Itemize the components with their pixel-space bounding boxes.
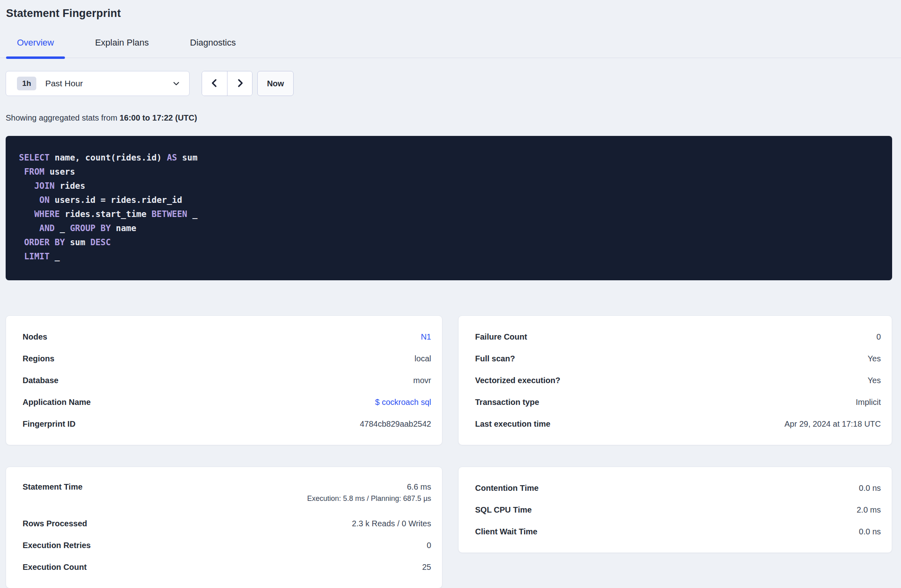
- sql-line: SELECT name, count(rides.id) AS sum: [19, 151, 880, 165]
- row-value: 0.0 ns: [859, 527, 881, 536]
- row-label: Database: [23, 376, 58, 385]
- statement-fingerprint-page: Statement Fingerprint Overview Explain P…: [0, 0, 901, 588]
- row-value: 2.0 ms: [857, 505, 881, 515]
- stats-prefix: Showing aggregated stats from: [6, 113, 119, 122]
- tab-overview[interactable]: Overview: [6, 32, 65, 58]
- row-label: SQL CPU Time: [475, 505, 532, 515]
- tab-explain-plans[interactable]: Explain Plans: [84, 32, 160, 58]
- sql-line: ORDER BY sum DESC: [19, 236, 880, 250]
- row-value: 6.6 ms: [407, 481, 431, 492]
- info-row-database: Database movr: [23, 369, 431, 391]
- row-label: Client Wait Time: [475, 527, 537, 536]
- info-row-last-execution-time: Last execution time Apr 29, 2024 at 17:1…: [475, 413, 881, 435]
- info-row-transaction-type: Transaction type Implicit: [475, 391, 881, 413]
- sql-line: LIMIT _: [19, 250, 880, 264]
- statement-info-card: Nodes N1 Regions local Database movr App…: [6, 315, 442, 445]
- info-row-fingerprint-id: Fingerprint ID 4784cb829aab2542: [23, 413, 431, 435]
- statement-time-breakdown: Execution: 5.8 ms / Planning: 687.5 µs: [307, 494, 431, 503]
- stats-time-range: 16:00 to 17:22 (UTC): [119, 113, 197, 122]
- row-value: 0: [876, 332, 881, 342]
- nodes-link[interactable]: N1: [421, 332, 431, 342]
- time-range-badge: 1h: [17, 77, 36, 90]
- row-value: Yes: [868, 354, 881, 363]
- row-label: Last execution time: [475, 419, 551, 429]
- row-value: Apr 29, 2024 at 17:18 UTC: [784, 419, 881, 429]
- sql-line: FROM users: [19, 165, 880, 179]
- row-value: Implicit: [856, 398, 881, 407]
- row-label: Failure Count: [475, 332, 527, 342]
- perf-row-sql-cpu-time: SQL CPU Time 2.0 ms: [475, 499, 881, 521]
- chevron-right-icon: [235, 78, 245, 89]
- row-label: Transaction type: [475, 398, 539, 407]
- row-label: Rows Processed: [23, 519, 87, 528]
- row-label: Full scan?: [475, 354, 515, 363]
- row-value: 25: [422, 563, 431, 572]
- row-value: 2.3 k Reads / 0 Writes: [352, 519, 431, 528]
- sql-line: WHERE rides.start_time BETWEEN _: [19, 207, 880, 221]
- row-label: Regions: [23, 354, 54, 363]
- perf-row-contention-time: Contention Time 0.0 ns: [475, 477, 881, 499]
- next-time-button[interactable]: [227, 71, 252, 96]
- row-value: movr: [413, 376, 431, 385]
- info-row-vectorized: Vectorized execution? Yes: [475, 369, 881, 391]
- now-button[interactable]: Now: [257, 71, 294, 96]
- row-label: Execution Count: [23, 563, 87, 572]
- sql-statement-box: SELECT name, count(rides.id) AS sum FROM…: [6, 136, 892, 280]
- row-label: Statement Time: [23, 481, 83, 492]
- perf-row-statement-time: Statement Time 6.6 ms Execution: 5.8 ms …: [23, 477, 431, 513]
- row-value: 0.0 ns: [859, 484, 881, 493]
- sql-line: ON users.id = rides.rider_id: [19, 193, 880, 207]
- info-row-application-name: Application Name $ cockroach sql: [23, 391, 431, 413]
- statement-time-values: 6.6 ms Execution: 5.8 ms / Planning: 687…: [307, 481, 431, 503]
- tab-bar: Overview Explain Plans Diagnostics: [0, 32, 901, 58]
- info-row-nodes: Nodes N1: [23, 326, 431, 348]
- chevron-down-icon: [172, 79, 180, 88]
- row-label: Application Name: [23, 398, 91, 407]
- row-value: local: [415, 354, 431, 363]
- row-label: Execution Retries: [23, 541, 91, 550]
- tab-diagnostics[interactable]: Diagnostics: [179, 32, 247, 58]
- application-name-link[interactable]: $ cockroach sql: [375, 398, 431, 407]
- perf-row-execution-retries: Execution Retries 0: [23, 534, 431, 556]
- wait-times-card: Contention Time 0.0 ns SQL CPU Time 2.0 …: [458, 467, 892, 553]
- summary-cards: Nodes N1 Regions local Database movr App…: [6, 315, 892, 588]
- statement-timing-card: Statement Time 6.6 ms Execution: 5.8 ms …: [6, 467, 442, 588]
- row-value: 0: [427, 541, 431, 550]
- row-label: Fingerprint ID: [23, 419, 75, 429]
- sql-line: AND _ GROUP BY name: [19, 221, 880, 236]
- info-row-regions: Regions local: [23, 348, 431, 369]
- execution-attributes-card: Failure Count 0 Full scan? Yes Vectorize…: [458, 315, 892, 445]
- page-title: Statement Fingerprint: [6, 7, 892, 20]
- aggregated-stats-line: Showing aggregated stats from 16:00 to 1…: [6, 113, 892, 123]
- row-value: Yes: [868, 376, 881, 385]
- row-value: 4784cb829aab2542: [360, 419, 431, 429]
- info-row-full-scan: Full scan? Yes: [475, 348, 881, 369]
- info-row-failure-count: Failure Count 0: [475, 326, 881, 348]
- row-label: Nodes: [23, 332, 47, 342]
- time-step-buttons: [202, 71, 252, 96]
- time-controls: 1h Past Hour: [6, 71, 892, 96]
- chevron-left-icon: [210, 78, 219, 89]
- time-range-label: Past Hour: [45, 79, 83, 88]
- sql-line: JOIN rides: [19, 179, 880, 193]
- row-label: Vectorized execution?: [475, 376, 560, 385]
- time-range-dropdown[interactable]: 1h Past Hour: [6, 71, 190, 96]
- row-label: Contention Time: [475, 484, 538, 493]
- previous-time-button[interactable]: [202, 71, 227, 96]
- perf-row-client-wait-time: Client Wait Time 0.0 ns: [475, 521, 881, 542]
- perf-row-execution-count: Execution Count 25: [23, 556, 431, 578]
- perf-row-rows-processed: Rows Processed 2.3 k Reads / 0 Writes: [23, 513, 431, 534]
